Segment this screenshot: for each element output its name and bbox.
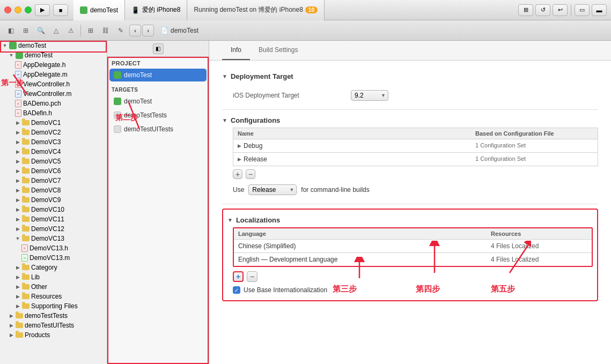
deployment-disclosure[interactable]: ▼	[222, 73, 227, 79]
sidebar-item-demovc7[interactable]: ▶ DemoVC7	[0, 176, 107, 185]
edit-btn[interactable]: ✎	[114, 24, 127, 37]
sidebar-item-demovc10[interactable]: ▶ DemoVC10	[0, 205, 107, 214]
label-demovc7: DemoVC7	[31, 177, 61, 184]
warning-badge[interactable]: 10	[305, 6, 318, 13]
tool-btn4[interactable]: △	[49, 24, 62, 37]
tab-iphone[interactable]: 📱 爱的 iPhone8	[125, 0, 187, 20]
sidebar-item-demovc1[interactable]: ▶ DemoVC1	[0, 118, 107, 128]
fullscreen-button[interactable]	[25, 6, 32, 13]
toolbar-right: ⊞ ↺ ↩ ▭ ▬	[518, 4, 607, 16]
use-select[interactable]: Release	[248, 184, 297, 195]
tool-btn5[interactable]: ⚠	[64, 24, 77, 37]
sidebar-item-demotest-group[interactable]: ▼ demoTest	[0, 50, 107, 60]
configurations-disclosure[interactable]: ▼	[222, 117, 227, 123]
tab-demotest[interactable]: demoTest	[73, 0, 125, 20]
target-demotest[interactable]: demoTest	[109, 95, 207, 108]
panel-btn2[interactable]: ↺	[535, 4, 550, 16]
sidebar-item-demotestuitests[interactable]: ▶ demoTestUITests	[0, 321, 107, 330]
folder-lib	[22, 274, 30, 280]
nav-forward[interactable]: ›	[142, 25, 154, 36]
sidebar-item-demovc11[interactable]: ▶ DemoVC11	[0, 214, 107, 224]
config-row-debug[interactable]: ▶ Debug 1 Configuration Set	[233, 139, 598, 153]
label-demovc4: DemoVC4	[31, 148, 61, 155]
sidebar-item-viewcontroller-m[interactable]: m ViewController.m	[0, 89, 107, 99]
tool-btn2[interactable]: ⊞	[19, 24, 32, 37]
label-demovc9: DemoVC9	[31, 196, 61, 204]
base-intl-checkbox[interactable]: ✓	[233, 286, 240, 294]
sidebar-item-products[interactable]: ▶ Products	[0, 330, 107, 340]
label-products: Products	[25, 331, 50, 339]
tab-build-settings[interactable]: Build Settings	[250, 41, 306, 60]
layout-btn2[interactable]: ▬	[592, 4, 607, 16]
target-icon-uitests	[114, 125, 121, 133]
panel-btn1[interactable]: ⊞	[518, 4, 533, 16]
ios-version-select[interactable]: 9.2	[351, 90, 388, 101]
sidebar-item-category[interactable]: ▶ Category	[0, 263, 107, 272]
stop-button[interactable]: ■	[53, 4, 68, 16]
folder-demovc1	[22, 120, 30, 125]
close-button[interactable]	[4, 6, 11, 13]
disc-demovc5: ▶	[15, 159, 20, 164]
folder-demouitests	[16, 323, 23, 328]
icon-demovc13-m: m	[21, 254, 28, 262]
label-demovc11: DemoVC11	[31, 216, 64, 223]
titlebar: ▶ ■ demoTest 📱 爱的 iPhone8 Running demoTe…	[0, 0, 611, 20]
sidebar-item-viewcontroller-h[interactable]: h ViewController.h	[0, 79, 107, 89]
label-bademo-pch: BADemo.pch	[23, 100, 61, 107]
tab-info[interactable]: Info	[222, 41, 250, 60]
sidebar-item-demovc9[interactable]: ▶ DemoVC9	[0, 195, 107, 205]
tool-btn3[interactable]: 🔍	[34, 24, 47, 37]
traffic-lights	[4, 6, 32, 13]
target-demotesttests[interactable]: demoTestTests	[109, 109, 207, 122]
project-item-demotest[interactable]: demoTest	[109, 69, 207, 81]
nav-back[interactable]: ‹	[129, 25, 141, 36]
grid-btn[interactable]: ⊞	[84, 24, 97, 37]
target-label-tests: demoTestTests	[124, 112, 167, 119]
localizations-disclosure[interactable]: ▼	[227, 217, 233, 223]
sidebar-item-appdelegate-h[interactable]: h AppDelegate.h	[0, 60, 107, 70]
sidebar-item-demotesttests[interactable]: ▶ demoTestTests	[0, 311, 107, 321]
panel-btn3[interactable]: ↩	[553, 4, 568, 16]
target-demotestuitests[interactable]: demoTestUITests	[109, 123, 207, 136]
sidebar-item-badefin-h[interactable]: h BADefin.h	[0, 108, 107, 118]
sidebar-item-demovc3[interactable]: ▶ DemoVC3	[0, 137, 107, 147]
sidebar-item-appdelegate-m[interactable]: m AppDelegate.m	[0, 70, 107, 79]
sidebar-item-demovc6[interactable]: ▶ DemoVC6	[0, 166, 107, 176]
lang-row-english[interactable]: English — Development Language 4 Files L…	[234, 253, 592, 266]
sidebar-item-bademo-pch[interactable]: p BADemo.pch	[0, 99, 107, 108]
sidebar-toggle[interactable]: ◧	[4, 24, 17, 37]
sidebar-item-demovc12[interactable]: ▶ DemoVC12	[0, 224, 107, 234]
sidebar-item-demovc8[interactable]: ▶ DemoVC8	[0, 185, 107, 195]
settings-content-area: Info Build Settings ▼ Deployment Target …	[209, 41, 611, 364]
sidebar-item-supporting-files[interactable]: ▶ Supporting Files	[0, 301, 107, 311]
sidebar-item-demovc13[interactable]: ▼ DemoVC13	[0, 234, 107, 243]
sidebar-item-demovc13-h[interactable]: h DemoVC13.h	[0, 243, 107, 253]
link-btn[interactable]: ⛓	[99, 24, 112, 37]
icon-viewcontroller-m: m	[15, 90, 21, 98]
sidebar-item-demovc13-m[interactable]: m DemoVC13.m	[0, 253, 107, 263]
sidebar-item-lib[interactable]: ▶ Lib	[0, 272, 107, 282]
folder-demovc13	[22, 236, 30, 241]
disc-products: ▶	[9, 332, 14, 338]
folder-demotests	[16, 313, 23, 318]
config-row-release[interactable]: ▶ Release 1 Configuration Set	[233, 153, 598, 166]
layout-btn1[interactable]: ▭	[575, 4, 590, 16]
ios-deployment-row: iOS Deployment Target 9.2 ▼	[222, 87, 598, 107]
sidebar-item-other[interactable]: ▶ Other	[0, 282, 107, 292]
sidebar-item-demovc5[interactable]: ▶ DemoVC5	[0, 157, 107, 166]
play-button[interactable]: ▶	[35, 4, 50, 16]
target-icon-tests	[114, 112, 121, 119]
lang-row-chinese[interactable]: Chinese (Simplified) 4 Files Localized	[234, 240, 592, 253]
debug-disclosure-icon: ▶	[238, 143, 241, 148]
remove-lang-btn[interactable]: −	[247, 271, 257, 282]
panel-sidebar-toggle[interactable]: ◧	[153, 43, 164, 54]
sidebar-item-root[interactable]: ▼ demoTest	[0, 41, 107, 50]
add-config-btn[interactable]: +	[233, 169, 242, 179]
lang-table-header: Language Resources	[234, 228, 592, 240]
sidebar-item-demovc2[interactable]: ▶ DemoVC2	[0, 128, 107, 137]
minimize-button[interactable]	[14, 6, 21, 13]
add-lang-btn[interactable]: +	[233, 271, 244, 282]
remove-config-btn[interactable]: −	[246, 169, 255, 179]
sidebar-item-resources[interactable]: ▶ Resources	[0, 292, 107, 301]
sidebar-item-demovc4[interactable]: ▶ DemoVC4	[0, 147, 107, 157]
